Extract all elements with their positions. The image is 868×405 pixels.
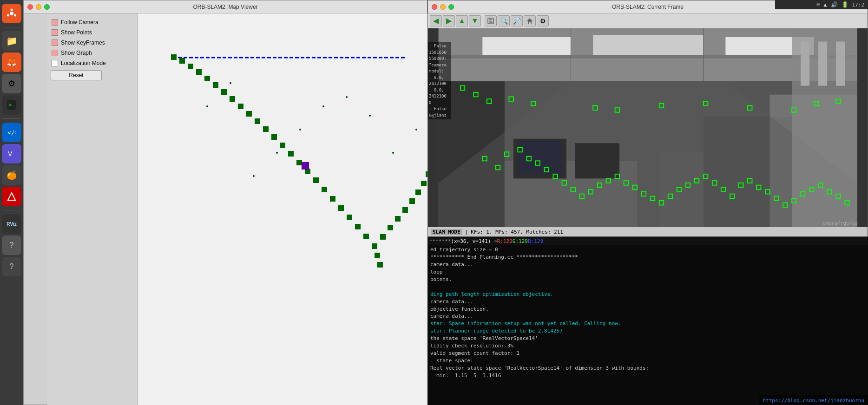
sidebar-icon-red[interactable] bbox=[2, 187, 21, 206]
toolbar-home-btn[interactable] bbox=[524, 15, 536, 26]
svg-rect-31 bbox=[330, 196, 335, 202]
pixel-info-bar: ******* (x=36, v=141) ~ R:129 G:129 B:12… bbox=[427, 237, 868, 245]
show-graph-checkbox[interactable] bbox=[52, 50, 58, 56]
sidebar-icon-firefox[interactable]: 🦊 bbox=[2, 52, 21, 72]
toolbar-zoom-out-btn[interactable]: 🔎 bbox=[511, 15, 523, 26]
sidebar-icon-help2[interactable]: ? bbox=[2, 257, 21, 276]
sidebar-icon-orange[interactable]: 🍊 bbox=[2, 165, 21, 185]
ubuntu-sidebar: 📁 🦊 ⚙ >_ </> V 🍊 RViz ? ? bbox=[0, 0, 23, 405]
localization-mode-label: Localization Mode bbox=[61, 60, 106, 66]
svg-point-2 bbox=[11, 9, 13, 11]
control-panel: Follow Camera Show Points Show KeyFrames… bbox=[47, 13, 138, 405]
svg-rect-95 bbox=[818, 42, 827, 86]
reset-button[interactable]: Reset bbox=[51, 70, 102, 80]
toolbar-forward-btn[interactable]: ▶ bbox=[443, 15, 455, 26]
svg-rect-33 bbox=[347, 215, 352, 220]
svg-rect-35 bbox=[363, 234, 369, 239]
svg-rect-77 bbox=[593, 35, 704, 55]
term-line-4: loop bbox=[430, 268, 865, 276]
term-line-12: star: Planner range detected to be 2.814… bbox=[430, 327, 865, 335]
svg-rect-24 bbox=[271, 134, 277, 140]
term-line-5: points. bbox=[430, 276, 865, 283]
volume-icon: 🔊 bbox=[831, 1, 838, 8]
svg-rect-44 bbox=[415, 189, 421, 195]
side-info-num3: 2412100 bbox=[429, 81, 450, 87]
side-info-false2: : False bbox=[429, 106, 450, 112]
svg-point-66 bbox=[206, 105, 208, 107]
terminal-lines: ed trajectory size = 0 *********** End P… bbox=[430, 246, 865, 379]
close-button[interactable] bbox=[27, 4, 33, 10]
svg-rect-76 bbox=[482, 37, 571, 55]
sidebar-icon-vpn[interactable]: V bbox=[2, 144, 21, 163]
svg-rect-59 bbox=[302, 162, 309, 170]
url-bar: https://blog.csdn.net/jianzhuozhu bbox=[759, 395, 868, 405]
side-info-model: model: bbox=[429, 68, 450, 75]
maximize-button[interactable] bbox=[44, 4, 50, 10]
svg-rect-26 bbox=[288, 151, 294, 157]
show-keyframes-item: Show KeyFrames bbox=[51, 38, 133, 48]
toolbar-down-btn[interactable]: ▼ bbox=[469, 15, 481, 26]
side-info-num1: 1501650 bbox=[429, 50, 450, 56]
side-info-num4: 2412100 bbox=[429, 93, 450, 100]
status-separator: | bbox=[465, 229, 468, 235]
follow-camera-checkbox[interactable] bbox=[52, 19, 58, 26]
keyboard-icon: ⌨ bbox=[816, 1, 820, 8]
show-points-checkbox[interactable] bbox=[52, 29, 58, 36]
current-frame-max-btn[interactable] bbox=[448, 4, 454, 10]
sidebar-icon-vscode[interactable]: </> bbox=[2, 123, 21, 142]
camera-scene-svg: amera/rgb/ca bbox=[428, 28, 868, 227]
current-frame-close-btn[interactable] bbox=[432, 4, 437, 10]
svg-text:amera/rgb/ca: amera/rgb/ca bbox=[823, 220, 858, 226]
sidebar-icon-help1[interactable]: ? bbox=[2, 235, 21, 255]
svg-point-3 bbox=[14, 14, 16, 17]
sidebar-icon-settings[interactable]: ⚙ bbox=[2, 74, 21, 93]
term-line-15: valid segment count factor: 1 bbox=[430, 350, 865, 357]
map-canvas[interactable] bbox=[138, 13, 451, 405]
wifi-icon: ▲ bbox=[823, 1, 827, 8]
show-keyframes-checkbox[interactable] bbox=[52, 39, 58, 46]
term-line-11: star: Space information setup was not ye… bbox=[430, 320, 865, 327]
system-time: 17:2 bbox=[852, 2, 865, 8]
svg-rect-19 bbox=[230, 96, 235, 102]
show-keyframes-label: Show KeyFrames bbox=[61, 39, 105, 46]
svg-rect-96 bbox=[836, 42, 845, 86]
svg-marker-73 bbox=[527, 18, 533, 24]
camera-image-area: amera/rgb/ca : False 1501650 550389: "ca… bbox=[428, 28, 868, 227]
svg-point-60 bbox=[322, 105, 324, 107]
viewer-toolbar: ◀ ▶ ▲ ▼ 🔍 🔎 ⚙ bbox=[428, 13, 868, 28]
svg-point-4 bbox=[7, 14, 9, 17]
term-line-16: - state space: bbox=[430, 357, 865, 365]
map-svg bbox=[138, 13, 451, 405]
toolbar-save-btn[interactable] bbox=[485, 15, 497, 26]
toolbar-settings-btn[interactable]: ⚙ bbox=[537, 15, 549, 26]
term-line-9: objective function. bbox=[430, 306, 865, 313]
sidebar-icon-terminal[interactable]: >_ bbox=[2, 95, 21, 115]
svg-rect-16 bbox=[204, 76, 210, 81]
sidebar-icon-rviz[interactable]: RViz bbox=[2, 214, 21, 234]
sidebar-icon-ubuntu[interactable] bbox=[2, 4, 21, 23]
svg-rect-22 bbox=[255, 118, 260, 124]
map-viewer-title: ORB-SLAM2: Map Viewer bbox=[193, 4, 257, 10]
current-frame-title: ORB-SLAM2: Current Frame bbox=[612, 4, 684, 10]
svg-rect-37 bbox=[375, 253, 380, 258]
term-line-17: Real vector state space 'RealVectorSpace… bbox=[430, 365, 865, 372]
terminal-area: ******* (x=36, v=141) ~ R:129 G:129 B:12… bbox=[427, 237, 868, 405]
sidebar-icon-files[interactable]: 📁 bbox=[2, 31, 21, 51]
toolbar-zoom-in-btn[interactable]: 🔍 bbox=[498, 15, 510, 26]
minimize-button[interactable] bbox=[36, 4, 41, 10]
svg-rect-21 bbox=[246, 111, 252, 117]
side-info-vals1: , 0.0, bbox=[429, 75, 450, 81]
toolbar-back-btn[interactable]: ◀ bbox=[430, 15, 442, 26]
current-frame-min-btn[interactable] bbox=[440, 4, 446, 10]
svg-rect-18 bbox=[221, 89, 227, 95]
svg-point-62 bbox=[369, 115, 371, 117]
localization-mode-checkbox[interactable] bbox=[52, 60, 58, 66]
svg-point-1 bbox=[10, 12, 13, 15]
sidebar-divider-3 bbox=[3, 210, 20, 210]
toolbar-up-btn[interactable]: ▲ bbox=[456, 15, 468, 26]
svg-rect-41 bbox=[395, 216, 401, 222]
svg-rect-45 bbox=[421, 181, 427, 186]
term-line-13: the state space 'RealVectorSpace14' bbox=[430, 335, 865, 342]
side-info-camera: "camera bbox=[429, 62, 450, 69]
svg-rect-43 bbox=[409, 198, 415, 204]
